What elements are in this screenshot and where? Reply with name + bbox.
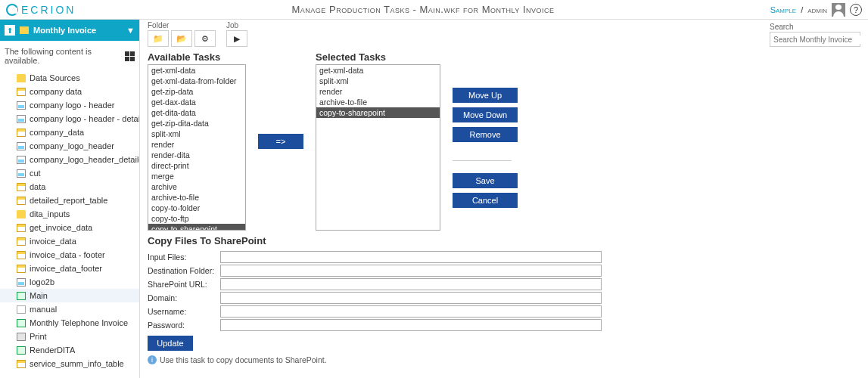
- remove-button[interactable]: Remove: [453, 127, 518, 142]
- tree-item-label: company_logo_header: [30, 141, 114, 150]
- avatar-icon[interactable]: [832, 3, 845, 17]
- available-tasks-list[interactable]: get-xml-dataget-xml-data-from-folderget-…: [148, 64, 246, 231]
- search-label: Search: [770, 23, 860, 31]
- data-icon: [17, 129, 26, 137]
- folder-y-icon: [17, 210, 26, 218]
- move-up-button[interactable]: Move Up: [453, 88, 518, 103]
- folder-settings-button[interactable]: ⚙: [194, 30, 216, 47]
- tree-item[interactable]: manual: [0, 302, 139, 316]
- tree-item-label: cut: [30, 169, 41, 178]
- img-icon: [17, 115, 26, 123]
- list-item[interactable]: archive: [148, 181, 245, 192]
- content-tree: Data Sourcescompany datacompany logo - h…: [0, 71, 139, 378]
- tree-item[interactable]: Monthly Telephone Invoice: [0, 316, 139, 330]
- list-item[interactable]: get-xml-data: [316, 65, 440, 76]
- list-item[interactable]: copy-to-folder: [148, 203, 245, 213]
- tree-item-label: get_invoice_data: [30, 223, 92, 232]
- tree-item[interactable]: service_summ_info_table: [0, 357, 139, 370]
- img-icon: [17, 142, 26, 150]
- list-item[interactable]: get-xml-data: [148, 65, 245, 76]
- tree-item[interactable]: company_logo_header_detailed_report: [0, 153, 139, 166]
- tree-item[interactable]: company logo - header: [0, 98, 139, 112]
- data-icon: [17, 183, 26, 191]
- tree-item-label: invoice_data: [30, 237, 76, 246]
- folder-new-button[interactable]: 📂: [171, 30, 192, 47]
- data-icon: [17, 88, 26, 96]
- form-label: SharePoint URL:: [148, 280, 220, 289]
- tree-item[interactable]: get_invoice_data: [0, 221, 139, 234]
- tree-item-label: data: [30, 182, 45, 191]
- info-icon: i: [148, 355, 157, 364]
- list-item[interactable]: copy-to-sharepoint: [316, 107, 440, 118]
- up-icon[interactable]: ⬆: [5, 25, 15, 36]
- list-item[interactable]: render: [316, 86, 440, 97]
- list-item[interactable]: render: [148, 139, 245, 150]
- tree-item[interactable]: dita_inputs: [0, 207, 139, 221]
- folder-icon: [20, 26, 29, 34]
- list-item[interactable]: archive-to-file: [316, 97, 440, 107]
- help-icon[interactable]: ?: [850, 4, 862, 16]
- data-icon: [17, 251, 26, 259]
- tree-item[interactable]: detailed_report_table: [0, 194, 139, 207]
- admin-label: admin: [807, 5, 827, 14]
- tree-item[interactable]: invoice_data - footer: [0, 248, 139, 262]
- divider: [453, 160, 512, 161]
- job-run-button[interactable]: ▶: [226, 30, 247, 47]
- list-item[interactable]: merge: [148, 171, 245, 181]
- tree-item[interactable]: company_logo_header: [0, 139, 139, 153]
- form-input[interactable]: [220, 292, 602, 304]
- tree-item[interactable]: invoice_data_footer: [0, 262, 139, 275]
- move-right-button[interactable]: =>: [258, 134, 303, 149]
- form-input[interactable]: [220, 251, 602, 263]
- tree-item[interactable]: invoice_data: [0, 234, 139, 248]
- job-group-label: Job: [226, 21, 247, 29]
- list-item[interactable]: render-dita: [148, 150, 245, 160]
- list-item[interactable]: split-xml: [316, 76, 440, 86]
- tree-item-label: Monthly Telephone Invoice: [30, 318, 128, 327]
- img-icon: [17, 101, 26, 110]
- list-item[interactable]: archive-to-file: [148, 192, 245, 203]
- img-icon: [17, 156, 26, 164]
- tree-item[interactable]: Print: [0, 330, 139, 343]
- tree-item-label: company logo - header: [30, 101, 115, 110]
- search-input[interactable]: [773, 36, 868, 44]
- list-item[interactable]: copy-to-sharepoint: [148, 224, 245, 231]
- list-item[interactable]: direct-print: [148, 160, 245, 171]
- tree-item[interactable]: company_data: [0, 125, 139, 139]
- cancel-button[interactable]: Cancel: [453, 193, 518, 208]
- list-item[interactable]: get-zip-dita-data: [148, 118, 245, 129]
- tree-item[interactable]: Main: [0, 289, 139, 302]
- save-button[interactable]: Save: [453, 173, 518, 188]
- tree-item[interactable]: logo2b: [0, 275, 139, 289]
- form-input[interactable]: [220, 305, 602, 318]
- tree-item[interactable]: RenderDITA: [0, 343, 139, 357]
- list-item[interactable]: get-dax-data: [148, 97, 245, 107]
- tree-item-label: dita_inputs: [30, 209, 70, 218]
- tree-item[interactable]: data: [0, 180, 139, 194]
- sidebar-title: Monthly Invoice: [33, 26, 122, 35]
- list-item[interactable]: get-xml-data-from-folder: [148, 76, 245, 86]
- tree-item[interactable]: Data Sources: [0, 71, 139, 85]
- list-item[interactable]: split-xml: [148, 129, 245, 139]
- data-icon: [17, 360, 26, 368]
- tree-item[interactable]: company logo - header - detailed rep…: [0, 112, 139, 125]
- chevron-down-icon[interactable]: ▼: [126, 26, 135, 35]
- tree-item[interactable]: cut: [0, 166, 139, 180]
- tree-item[interactable]: company data: [0, 85, 139, 98]
- selected-tasks-list[interactable]: get-xml-datasplit-xmlrenderarchive-to-fi…: [316, 64, 440, 231]
- list-item[interactable]: copy-to-ftp: [148, 213, 245, 224]
- folder-up-button[interactable]: 📁: [148, 30, 169, 47]
- tree-item-label: Print: [30, 332, 47, 341]
- available-title: Available Tasks: [148, 51, 246, 63]
- list-item[interactable]: get-zip-data: [148, 86, 245, 97]
- tree-item-label: invoice_data - footer: [30, 250, 105, 259]
- update-button[interactable]: Update: [148, 336, 193, 351]
- form-input[interactable]: [220, 265, 602, 277]
- sample-link[interactable]: Sample: [770, 5, 796, 14]
- data-icon: [17, 224, 26, 232]
- form-input[interactable]: [220, 278, 602, 290]
- form-input[interactable]: [220, 319, 602, 331]
- grid-view-icon[interactable]: [125, 51, 135, 61]
- move-down-button[interactable]: Move Down: [453, 107, 518, 122]
- list-item[interactable]: get-dita-data: [148, 107, 245, 118]
